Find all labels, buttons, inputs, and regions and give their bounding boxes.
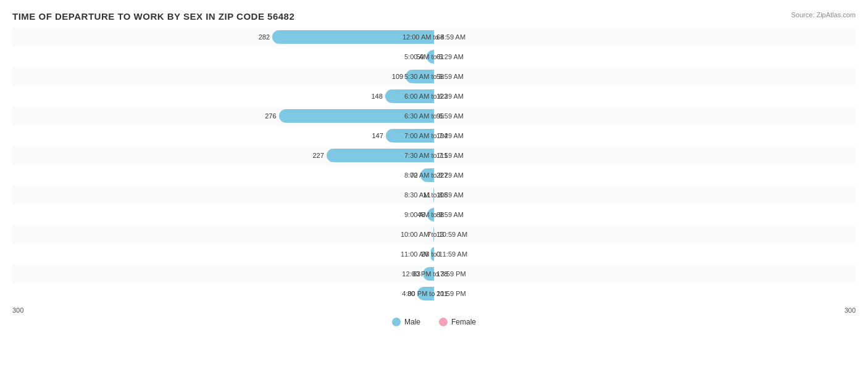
time-label: 5:30 AM to 5:59 AM — [372, 73, 496, 80]
chart-row: 804:00 PM to 11:59 PM201 — [12, 284, 856, 303]
time-label: 12:00 PM to 3:59 PM — [372, 270, 496, 278]
axis-left: 300 — [12, 307, 23, 314]
legend: Male Female — [12, 318, 856, 326]
chart-row: 118:30 AM to 8:59 AM108 — [12, 186, 856, 204]
male-color-dot — [392, 318, 401, 326]
legend-female: Female — [439, 318, 476, 326]
chart-row: 2277:30 AM to 7:59 AM111 — [12, 146, 856, 165]
time-label: 12:00 AM to 4:59 AM — [372, 33, 496, 41]
time-label: 9:00 AM to 9:59 AM — [372, 211, 496, 218]
time-label: 5:00 AM to 5:29 AM — [372, 53, 496, 60]
axis-labels: 300 300 — [12, 307, 856, 314]
time-label: 7:30 AM to 7:59 AM — [372, 152, 496, 159]
source-text: Source: ZipAtlas.com — [791, 11, 856, 19]
time-label: 6:30 AM to 6:59 AM — [372, 112, 496, 120]
chart-row: 1095:30 AM to 5:59 AM58 — [12, 67, 856, 86]
time-label: 8:00 AM to 8:29 AM — [372, 171, 496, 179]
time-label: 11:00 AM to 11:59 AM — [372, 250, 496, 258]
axis-right: 300 — [845, 307, 856, 314]
male-value: 282 — [259, 33, 270, 41]
male-value: 276 — [265, 112, 276, 120]
chart-row: 2766:30 AM to 6:59 AM95 — [12, 107, 856, 125]
legend-male-label: Male — [404, 318, 420, 326]
chart-row: 6312:00 PM to 3:59 PM178 — [12, 265, 856, 283]
chart-title: TIME OF DEPARTURE TO WORK BY SEX IN ZIP … — [12, 11, 856, 22]
chart-row: 505:00 AM to 5:29 AM61 — [12, 47, 856, 66]
legend-male: Male — [392, 318, 420, 326]
chart-row: 28212:00 AM to 4:59 AM68 — [12, 28, 856, 46]
time-label: 8:30 AM to 8:59 AM — [372, 191, 496, 199]
time-label: 7:00 AM to 7:29 AM — [372, 132, 496, 139]
rows-wrapper: 28212:00 AM to 4:59 AM68505:00 AM to 5:2… — [12, 28, 856, 303]
female-color-dot — [439, 318, 448, 326]
chart-container: TIME OF DEPARTURE TO WORK BY SEX IN ZIP … — [0, 0, 868, 367]
chart-row: 728:00 AM to 8:29 AM227 — [12, 166, 856, 184]
legend-female-label: Female — [451, 318, 476, 326]
chart-row: 1486:00 AM to 6:29 AM123 — [12, 87, 856, 105]
time-label: 4:00 PM to 11:59 PM — [372, 290, 496, 297]
chart-row: 710:00 AM to 10:59 AM13 — [12, 225, 856, 244]
male-value: 227 — [313, 152, 324, 159]
chart-row: 469:00 AM to 9:59 AM88 — [12, 205, 856, 224]
chart-row: 1477:00 AM to 7:29 AM194 — [12, 126, 856, 145]
time-label: 10:00 AM to 10:59 AM — [372, 231, 496, 238]
time-label: 6:00 AM to 6:29 AM — [372, 93, 496, 100]
chart-row: 2611:00 AM to 11:59 AM0 — [12, 245, 856, 263]
